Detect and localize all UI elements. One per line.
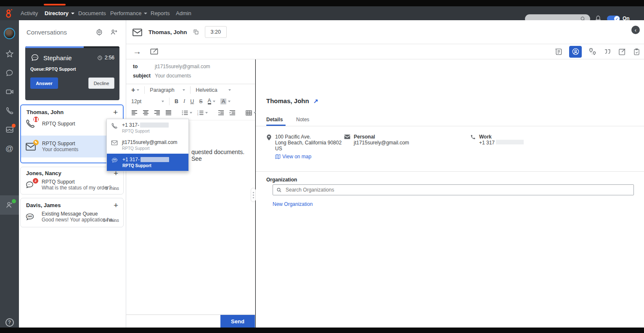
notes-compose-icon[interactable] [618,48,626,56]
online-status-dot [12,199,16,203]
nav-directory[interactable]: Directory [45,6,74,20]
chevron-down-icon [71,13,74,14]
nav-reports[interactable]: Reports [151,6,170,20]
chevron-down-icon [183,89,185,91]
organization-section-title: Organization [266,177,297,183]
transfer-arrow-icon[interactable]: → [133,47,141,56]
profile-contact-name: Thomas, John [266,97,309,104]
address-line2: Long Beach, California 90802 [275,140,342,146]
alert-dot-badge [12,124,16,128]
journey-map-pins-icon[interactable] [588,47,597,56]
organization-search-input[interactable] [285,186,630,193]
compose-email-icon[interactable] [150,48,159,56]
address-line3: US [275,146,282,152]
script-scroll-icon[interactable] [554,48,563,56]
insert-content-button[interactable]: + [130,85,141,95]
search-icon [276,187,282,193]
panel-resize-handle[interactable] [251,188,256,202]
send-button[interactable]: Send [220,315,255,328]
font-family-select[interactable]: Helvetica [194,86,233,94]
subject-field[interactable]: Your documents [155,73,191,79]
nav-performance[interactable]: Performance [110,6,147,20]
numbered-list-button[interactable]: 123 [196,109,209,117]
queue-name: RPTQ Support [42,179,75,185]
email-type-label: Personal [354,134,375,140]
interaction-row-sms[interactable]: SMS Existing Message Queue Good news! Yo… [21,210,123,226]
to-field[interactable]: jt1715surely@gmail.com [155,64,210,69]
strikethrough-button[interactable]: S [197,98,204,105]
chevron-down-icon [137,89,139,91]
text-color-button[interactable]: A [206,97,217,105]
phone-icon [111,123,118,129]
user-avatar[interactable] [0,24,19,43]
location-pin-icon [266,134,272,160]
dropdown-item-call[interactable]: +1 317- RPTQ Support [107,119,188,136]
align-center-button[interactable] [141,109,151,117]
profile-tab-icon[interactable] [569,46,582,58]
video-camera-icon[interactable] [0,83,19,101]
nav-activity[interactable]: Activity [21,6,38,20]
mentions-at-icon[interactable]: @ [0,139,19,158]
conversations-settings-gear-icon[interactable] [95,28,103,36]
answer-button[interactable]: Answer [30,77,58,89]
phone-type-label: Work [479,134,492,140]
agents-people-icon[interactable] [0,195,19,215]
align-right-button[interactable] [152,109,162,117]
contact-method-dropdown: +1 317- RPTQ Support jt1715surely@gmail.… [106,119,189,171]
top-navbar: Activity Directory Documents Performance… [0,6,644,20]
new-organization-link[interactable]: New Organization [273,201,313,207]
email-body-text[interactable]: quested documents. See [191,149,255,162]
outdent-button[interactable] [216,109,226,117]
italic-button[interactable]: I [182,97,187,105]
tab-details[interactable]: Details [266,117,283,123]
dropdown-item-sms-selected[interactable]: SMS +1 317- RPTQ Support [107,154,188,171]
queue-name: RPTQ Support [42,121,75,127]
underline-button[interactable]: U [188,98,196,105]
wrapup-clipboard-check-icon[interactable] [633,48,641,56]
open-external-arrow-icon[interactable]: ↗ [313,98,318,104]
chevron-down-icon [228,101,231,102]
top-strip [0,0,644,6]
elapsed-time: 14 mins [103,218,119,223]
chat-icon[interactable] [0,64,19,82]
interaction-row-message[interactable]: 2 RPTQ Support What is the status of my … [21,178,123,194]
nav-admin[interactable]: Admin [176,6,191,20]
interactions-inbox-icon[interactable] [0,120,19,139]
email-block: Personal jt1715surely@gmail.com [344,134,409,146]
queue-name: RPTQ Support [122,146,150,151]
draft-pencil-badge-icon: ✎ [33,140,39,145]
paragraph-style-select[interactable]: Paragraph [148,86,187,94]
add-person-icon[interactable] [110,28,118,36]
add-interaction-button[interactable]: + [114,202,118,208]
indent-button[interactable] [228,109,237,117]
add-interaction-button[interactable]: + [113,109,118,115]
tab-notes[interactable]: Notes [296,117,309,123]
copy-icon[interactable] [193,29,199,35]
queue-name: RPTQ Support [42,141,75,147]
collapse-panel-chevron-left-button[interactable]: ‹ [631,26,640,34]
richtext-toolbar: + Paragraph Helvetica 12pt B I U S A A [126,83,255,120]
canned-responses-quotes-icon[interactable] [603,48,612,56]
favorites-star-icon[interactable] [0,45,19,63]
phone-value[interactable]: +1 317 [479,140,495,146]
align-justify-button[interactable] [164,109,173,117]
message-bubble-icon [30,53,40,62]
queue-name: Existing Message Queue [42,211,98,217]
view-on-map-link[interactable]: View on map [275,154,342,160]
bullet-list-button[interactable] [180,109,194,117]
phone-number: +1 317- [122,122,139,128]
chevron-down-icon [190,112,192,114]
font-size-select[interactable]: 12pt [130,98,166,105]
align-left-button[interactable] [130,109,139,117]
email-subject-preview: Your documents [42,147,78,152]
dropdown-item-email[interactable]: jt1715surely@gmail.com RPTQ Support [107,136,188,154]
organization-search-box [273,184,634,195]
phone-icon[interactable] [0,101,19,120]
genesys-logo-icon[interactable] [4,8,15,19]
nav-documents[interactable]: Documents [78,6,106,20]
decline-button[interactable]: Decline [88,77,114,89]
bold-button[interactable]: B [173,98,180,105]
highlight-color-button[interactable]: A [219,98,232,105]
email-value[interactable]: jt1715surely@gmail.com [354,140,409,146]
chevron-down-icon [213,101,215,102]
